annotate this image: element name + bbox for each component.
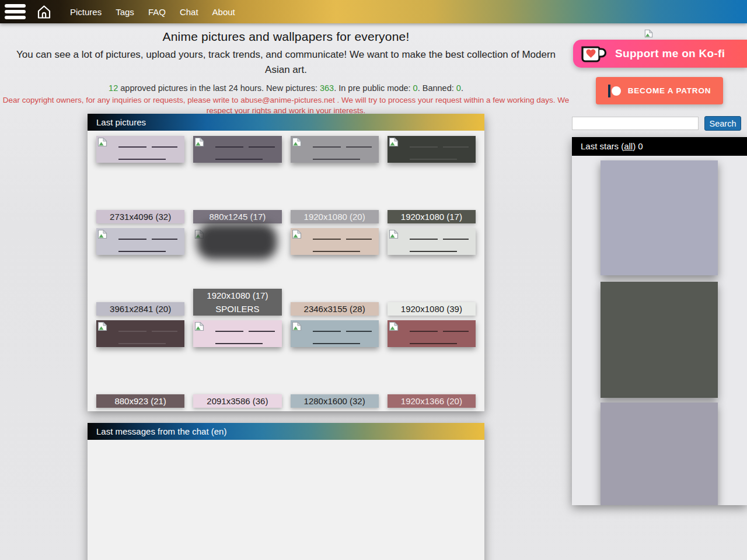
picture-cell: 1920x1080 (39): [388, 228, 476, 316]
picture-size-label[interactable]: 880x923 (21): [96, 394, 184, 408]
copyright-notice: Dear copyright owners, for any inquiries…: [1, 95, 571, 116]
stars-all-link[interactable]: all: [624, 141, 633, 151]
alt-text-lines: [313, 146, 372, 160]
picture-cell: 3961x2841 (20): [96, 228, 184, 316]
picture-thumbnail[interactable]: [96, 136, 184, 163]
picture-size-label[interactable]: 1920x1080 (17) SPOILERS: [193, 289, 281, 316]
picture-cell: 880x1245 (17): [193, 136, 281, 223]
picture-cell: 1920x1080 (20): [291, 136, 379, 223]
new-pictures-count: 363: [320, 83, 334, 93]
broken-image-icon: [97, 229, 107, 239]
broken-image-icon: [292, 229, 302, 239]
home-icon: [36, 4, 52, 20]
spoiler-blur: [197, 223, 277, 260]
picture-thumbnail[interactable]: [291, 320, 379, 347]
picture-cell: 2731x4096 (32): [96, 136, 184, 223]
chat-panel-header: Last messages from the chat (en): [88, 423, 484, 440]
nav-item-about[interactable]: About: [205, 1, 242, 23]
broken-image-icon: [194, 137, 204, 147]
picture-cell: 880x923 (21): [96, 320, 184, 408]
alt-text-lines: [118, 239, 177, 252]
alt-text-lines: [118, 331, 177, 344]
picture-dimensions: 1920x1080 (39): [388, 302, 476, 316]
picture-size-label[interactable]: 3961x2841 (20): [96, 302, 184, 316]
kofi-cup-icon: [580, 44, 607, 64]
alt-text-lines: [215, 331, 274, 344]
alt-text-lines: [410, 146, 469, 160]
picture-dimensions: 1920x1366 (20): [388, 394, 476, 408]
nav-item-tags[interactable]: Tags: [109, 1, 141, 23]
alt-text-lines: [410, 331, 469, 344]
picture-thumbnail[interactable]: [193, 228, 281, 255]
picture-thumbnail[interactable]: [388, 136, 476, 163]
last-stars-header: Last stars (all) 0: [572, 137, 747, 156]
last-pictures-header: Last pictures: [88, 114, 484, 131]
picture-cell: 2346x3155 (28): [291, 228, 379, 316]
picture-thumbnail[interactable]: [96, 228, 184, 255]
picture-dimensions: 2731x4096 (32): [96, 210, 184, 223]
picture-size-label[interactable]: 2091x3586 (36): [193, 394, 281, 408]
picture-size-label[interactable]: 880x1245 (17): [193, 210, 281, 223]
nav-item-chat[interactable]: Chat: [173, 1, 205, 23]
picture-dimensions: 880x923 (21): [96, 394, 184, 408]
nav-menu: Pictures Tags FAQ Chat About: [63, 1, 242, 23]
picture-cell: 1920x1080 (17) SPOILERS: [193, 228, 281, 316]
picture-size-label[interactable]: 2731x4096 (32): [96, 210, 184, 223]
picture-thumbnail[interactable]: [291, 228, 379, 255]
approved-count: 12: [109, 83, 118, 93]
broken-image-icon: [97, 321, 107, 331]
star-image[interactable]: [601, 282, 718, 398]
alt-text-lines: [313, 331, 372, 344]
last-pictures-grid: 2731x4096 (32) 880x1245 (17): [88, 131, 484, 411]
star-image[interactable]: [601, 402, 718, 505]
picture-thumbnail[interactable]: [193, 136, 281, 163]
picture-dimensions: 2091x3586 (36): [193, 394, 281, 408]
home-button[interactable]: [35, 3, 53, 20]
search-input[interactable]: [572, 117, 699, 130]
picture-cell: 2091x3586 (36): [193, 320, 281, 408]
picture-cell: 1280x1600 (32): [291, 320, 379, 408]
picture-thumbnail[interactable]: [291, 136, 379, 163]
kofi-support-button[interactable]: Support me on Ko-fi: [573, 40, 747, 68]
broken-image-icon: [194, 321, 204, 331]
broken-image-icon: [292, 321, 302, 331]
page-subtitle: You can see a lot of pictures, upload yo…: [5, 47, 567, 78]
patreon-button[interactable]: BECOME A PATRON: [596, 77, 723, 104]
picture-thumbnail[interactable]: [388, 228, 476, 255]
broken-image-icon: [389, 229, 399, 239]
menu-hamburger-icon[interactable]: [5, 4, 26, 19]
broken-image-icon: [389, 137, 399, 147]
picture-size-label[interactable]: 1280x1600 (32): [291, 394, 379, 408]
picture-size-label[interactable]: 1920x1080 (17): [388, 210, 476, 223]
site-stats: 12 approved pictures in the last 24 hour…: [0, 83, 572, 93]
intro-section: Anime pictures and wallpapers for everyo…: [0, 23, 572, 116]
broken-image-icon: [97, 137, 107, 147]
picture-thumbnail[interactable]: [193, 320, 281, 347]
picture-size-label[interactable]: 1920x1366 (20): [388, 394, 476, 408]
alt-text-lines: [313, 239, 372, 252]
broken-image-icon: [292, 137, 302, 147]
star-image[interactable]: [601, 160, 718, 275]
picture-size-label[interactable]: 1920x1080 (39): [388, 302, 476, 316]
pre-public-count: 0: [413, 83, 418, 93]
star-images-list: [572, 160, 747, 505]
broken-banner-image-icon[interactable]: [644, 29, 653, 38]
picture-size-label[interactable]: 2346x3155 (28): [291, 302, 379, 316]
search-button[interactable]: Search: [704, 116, 741, 131]
chat-messages-area: [88, 440, 484, 560]
top-navigation-bar: Pictures Tags FAQ Chat About: [0, 0, 747, 23]
picture-size-label[interactable]: 1920x1080 (20): [291, 210, 379, 223]
picture-dimensions: 1920x1080 (20): [291, 210, 379, 223]
chat-panel: Last messages from the chat (en): [88, 423, 484, 560]
picture-cell: 1920x1080 (17): [388, 136, 476, 223]
picture-thumbnail[interactable]: [96, 320, 184, 347]
picture-thumbnail[interactable]: [388, 320, 476, 347]
page-title: Anime pictures and wallpapers for everyo…: [0, 30, 572, 44]
last-stars-panel: Last stars (all) 0: [572, 137, 747, 505]
nav-item-faq[interactable]: FAQ: [141, 1, 173, 23]
picture-dimensions: 3961x2841 (20): [96, 302, 184, 316]
spoilers-tag: SPOILERS: [193, 302, 281, 316]
alt-text-lines: [410, 239, 469, 252]
nav-item-pictures[interactable]: Pictures: [63, 1, 109, 23]
abuse-email-link[interactable]: abuse@anime-pictures.net: [240, 96, 335, 104]
